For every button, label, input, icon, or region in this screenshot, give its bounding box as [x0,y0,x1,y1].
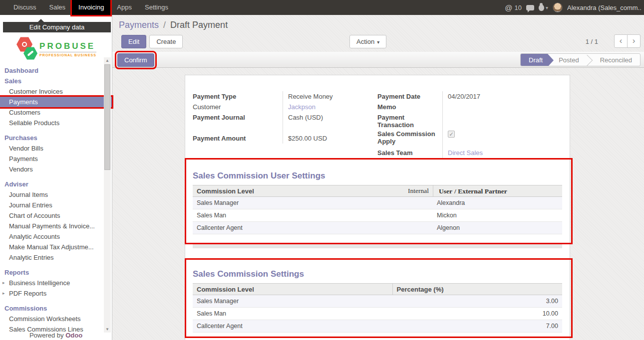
sidebar-item-customer-invoices[interactable]: Customer Invoices [0,86,112,97]
nav-item-apps[interactable]: Apps [110,0,138,15]
state-draft[interactable]: Draft [521,54,548,66]
cell-commission-level: Sales Manager [193,197,433,209]
sidebar-item-payments[interactable]: Payments [0,97,112,107]
edit-button[interactable]: Edit [121,35,146,48]
chevron-down-icon: ▾ [546,5,548,10]
sidebar-item-analytic-entries[interactable]: Analytic Entries [0,252,112,263]
sidebar-item-label: PDF Reports [9,290,46,297]
avatar[interactable] [553,2,563,12]
nav-item-settings[interactable]: Settings [138,0,175,15]
nav-item-discuss[interactable]: Discuss [7,0,43,15]
logo-subtitle: PROFESSIONAL BUSINESS [39,53,96,57]
action-dropdown[interactable]: Action▾ [349,35,386,48]
pager-previous-button[interactable]: ‹ [614,34,628,48]
commission-level-header: Commission Level [193,284,392,295]
memo-value [442,102,562,112]
payment-date-label: Payment Date [377,91,442,102]
percentage-header: Percentage (%) [392,284,562,295]
payment-form: Payment Type Receive Money Customer Jack… [193,91,562,158]
debug-menu[interactable]: ▾ [539,4,548,11]
sidebar-item-customers[interactable]: Customers [0,107,112,118]
sidebar-heading-purchases[interactable]: Purchases [0,133,112,143]
commission-settings-section: Sales Commission Settings Commission Lev… [193,269,562,333]
table-header-row: Commission Level Internal User/ External… [193,185,562,197]
messages-icon[interactable] [526,5,534,10]
payment-transaction-value [442,112,562,129]
sidebar-scrollbar[interactable]: ▲ ▼ [104,57,111,333]
pager-next-button[interactable]: › [627,34,641,48]
sidebar-item-business-intelligence[interactable]: ▸ Business Intelligence [0,278,112,288]
payment-transaction-label: Payment Transaction [377,112,442,129]
sidebar-heading-sales[interactable]: Sales [0,76,112,86]
odoo-brand[interactable]: Odoo [65,332,82,339]
sidebar-item-vendor-bills[interactable]: Vendor Bills [0,143,112,154]
expand-arrow-icon: ▸ [2,280,5,286]
internal-header-part: Internal [408,187,429,195]
table-row[interactable]: Sales Manager 3.00 [193,295,562,308]
sidebar-item-sellable-products[interactable]: Sellable Products [0,118,112,128]
sidebar-item-chart-of-accounts[interactable]: Chart of Accounts [0,210,112,221]
user-settings-table: Commission Level Internal User/ External… [193,185,562,248]
sidebar-item-commission-worksheets[interactable]: Commission Worksheets [0,314,112,324]
breadcrumb-separator: / [163,20,166,30]
table-row[interactable]: Callcenter Agent 7.00 [193,320,562,333]
nav-item-invoicing[interactable]: Invoicing [72,0,110,15]
sidebar-heading-commissions[interactable]: Commissions [0,303,112,314]
sidebar-menu: Dashboard Sales Customer Invoices Paymen… [0,65,112,340]
user-menu[interactable]: Alexandra (Sales_comm.. [567,4,641,11]
payment-type-label: Payment Type [193,91,283,102]
customer-link[interactable]: Jackpson [283,102,377,112]
sidebar-heading-reports[interactable]: Reports [0,267,112,278]
footer-prefix: Powered by [29,332,64,339]
chevron-separator-icon [587,54,592,66]
commission-level-header: Commission Level [197,187,254,195]
sidebar-heading-dashboard[interactable]: Dashboard [0,65,112,76]
sidebar-item-manual-payments[interactable]: Manual Payments & Invoice... [0,221,112,231]
sales-team-link[interactable]: Direct Sales [442,148,562,158]
cell-user: Alexandra [433,197,562,209]
payment-type-value: Receive Money [283,91,377,102]
logo-hexagons-icon [15,36,37,61]
mention-icon: @ [505,3,512,12]
sidebar-item-vendors[interactable]: Vendors [0,164,112,174]
user-settings-section: Sales Commission User Settings Commissio… [193,171,562,248]
sidebar-item-analytic-accounts[interactable]: Analytic Accounts [0,231,112,242]
mention-count: 10 [515,4,522,11]
mention-counter[interactable]: @ 10 [505,3,522,12]
sidebar-item-journal-items[interactable]: Journal Items [0,189,112,200]
create-button[interactable]: Create [149,35,183,48]
cell-commission-level: Sales Manager [193,295,392,307]
main-area: Payments / Draft Payment Edit Create Act… [112,15,644,340]
sidebar-item-manual-tax-adjustments[interactable]: Make Manual Tax Adjustme... [0,242,112,252]
sidebar-heading-adviser[interactable]: Adviser [0,179,112,189]
scrollbar-thumb[interactable] [104,64,110,170]
payment-journal-value: Cash (USD) [283,112,377,123]
state-reconciled[interactable]: Reconciled [592,54,640,66]
cell-percentage: 7.00 [392,320,562,332]
sales-commission-apply-checkbox[interactable]: ✓ [448,131,455,138]
cell-percentage: 10.00 [392,308,562,320]
sidebar-item-purchase-payments[interactable]: Payments [0,154,112,164]
nav-item-sales[interactable]: Sales [43,0,72,15]
cell-percentage: 3.00 [392,295,562,307]
header-word-user: User [439,187,452,195]
table-row[interactable]: Sales Man Mickon [193,209,562,222]
action-label: Action [356,38,374,45]
top-navbar: Discuss Sales Invoicing Apps Settings @ … [0,0,644,15]
breadcrumb-payments-link[interactable]: Payments [119,20,159,30]
table-row[interactable]: Callcenter Agent Algenon [193,222,562,234]
sidebar-item-journal-entries[interactable]: Journal Entries [0,200,112,210]
status-bar: Confirm Draft Posted Reconciled [112,52,644,68]
company-logo[interactable]: PROBUSE PROFESSIONAL BUSINESS [0,35,112,62]
state-pills: Draft Posted Reconciled [520,53,641,66]
table-row[interactable]: Sales Manager Alexandra [193,197,562,209]
table-row[interactable]: Sales Man 10.00 [193,308,562,320]
cell-commission-level: Callcenter Agent [193,320,392,332]
sidebar-item-pdf-reports[interactable]: ▸ PDF Reports [0,288,112,299]
confirm-button[interactable]: Confirm [117,53,154,67]
breadcrumb-current: Draft Payment [170,20,228,30]
commission-settings-title: Sales Commission Settings [193,269,562,279]
scroll-up-icon[interactable]: ▲ [104,57,111,64]
content-region: Payment Type Receive Money Customer Jack… [112,68,644,340]
logo-title: PROBUSE [39,41,96,52]
